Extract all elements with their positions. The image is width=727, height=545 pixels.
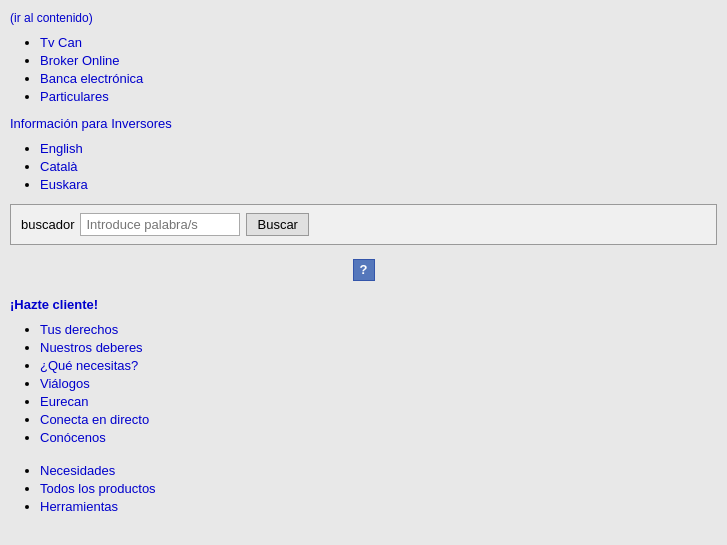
nav-link-particulares[interactable]: Particulares — [40, 89, 109, 104]
link-nuestros-deberes[interactable]: Nuestros deberes — [40, 340, 143, 355]
list-item: Todos los productos — [40, 481, 717, 496]
search-label: buscador — [21, 217, 74, 232]
list-item: Viálogos — [40, 376, 717, 391]
link-conecta[interactable]: Conecta en directo — [40, 412, 149, 427]
link-herramientas[interactable]: Herramientas — [40, 499, 118, 514]
list-item: Euskara — [40, 177, 717, 192]
list-item: Tus derechos — [40, 322, 717, 337]
link-eurecan[interactable]: Eurecan — [40, 394, 88, 409]
section2-list: Necesidades Todos los productos Herramie… — [10, 463, 717, 514]
search-button[interactable]: Buscar — [246, 213, 308, 236]
search-box: buscador Buscar — [10, 204, 717, 245]
list-item: Conócenos — [40, 430, 717, 445]
list-item: Tv Can — [40, 35, 717, 50]
lang-link-catala[interactable]: Català — [40, 159, 78, 174]
question-icon[interactable]: ? — [353, 259, 375, 281]
lang-list: English Català Euskara — [10, 141, 717, 192]
link-conocenos[interactable]: Conócenos — [40, 430, 106, 445]
info-inversores-link-wrapper: Información para Inversores — [10, 116, 717, 131]
list-item: Banca electrónica — [40, 71, 717, 86]
list-item: ¿Qué necesitas? — [40, 358, 717, 373]
list-item: Herramientas — [40, 499, 717, 514]
list-item: Particulares — [40, 89, 717, 104]
main-nav-list: Tv Can Broker Online Banca electrónica P… — [10, 35, 717, 104]
link-que-necesitas[interactable]: ¿Qué necesitas? — [40, 358, 138, 373]
icon-area: ? — [10, 259, 717, 281]
info-inversores-link[interactable]: Información para Inversores — [10, 116, 172, 131]
list-item: Necesidades — [40, 463, 717, 478]
hazte-cliente-link[interactable]: ¡Hazte cliente! — [10, 297, 98, 312]
hazte-cliente-wrapper: ¡Hazte cliente! — [10, 297, 717, 312]
page-wrapper: (ir al contenido) Tv Can Broker Online B… — [0, 0, 727, 545]
lang-link-english[interactable]: English — [40, 141, 83, 156]
link-todos-productos[interactable]: Todos los productos — [40, 481, 156, 496]
link-vialogos[interactable]: Viálogos — [40, 376, 90, 391]
list-item: Broker Online — [40, 53, 717, 68]
list-item: Nuestros deberes — [40, 340, 717, 355]
list-item: Català — [40, 159, 717, 174]
skip-to-content-link[interactable]: (ir al contenido) — [10, 11, 93, 25]
nav-link-tvcan[interactable]: Tv Can — [40, 35, 82, 50]
nav-link-broker[interactable]: Broker Online — [40, 53, 119, 68]
list-item: English — [40, 141, 717, 156]
section1-list: Tus derechos Nuestros deberes ¿Qué neces… — [10, 322, 717, 445]
skip-link[interactable]: (ir al contenido) — [10, 10, 717, 25]
search-input[interactable] — [80, 213, 240, 236]
nav-link-banca[interactable]: Banca electrónica — [40, 71, 143, 86]
spacer — [10, 453, 717, 463]
lang-link-euskara[interactable]: Euskara — [40, 177, 88, 192]
link-tus-derechos[interactable]: Tus derechos — [40, 322, 118, 337]
list-item: Conecta en directo — [40, 412, 717, 427]
link-necesidades[interactable]: Necesidades — [40, 463, 115, 478]
list-item: Eurecan — [40, 394, 717, 409]
